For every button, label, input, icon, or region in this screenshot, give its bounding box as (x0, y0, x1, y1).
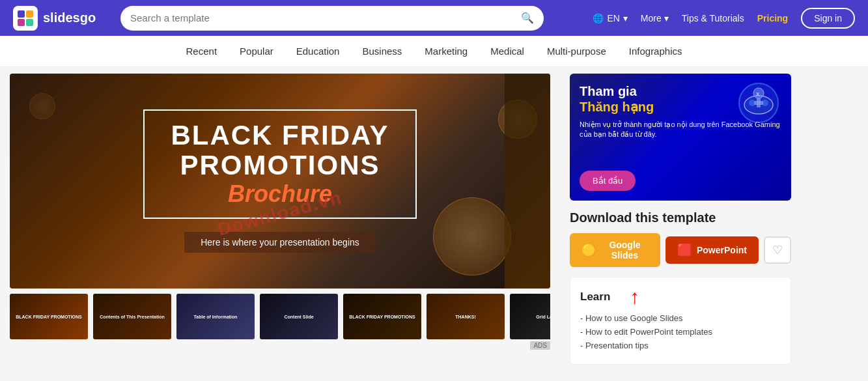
learn-item-3[interactable]: - Presentation tips (580, 341, 781, 350)
arrow-up-icon: ↑ (630, 287, 639, 307)
learn-item-1[interactable]: - How to use Google Slides (580, 313, 781, 323)
more-button[interactable]: More ▾ (641, 13, 669, 23)
promo-title-line2: PROMOTIONS (171, 150, 389, 180)
logo[interactable]: slidesgo (13, 6, 111, 31)
google-slides-icon: 🟡 (581, 243, 596, 257)
thumbnail-1[interactable]: BLACK FRIDAY PROMOTIONS (10, 294, 88, 339)
more-label: More (641, 13, 662, 23)
svg-rect-3 (26, 19, 33, 26)
download-title: Download this template (570, 210, 791, 225)
thumb-label-2: Contents of This Presentation (98, 313, 167, 321)
google-slides-button[interactable]: 🟡 Google Slides (570, 233, 660, 267)
learn-link-3[interactable]: - Presentation tips (580, 341, 649, 350)
thumb-label-7: Grid Layout (534, 313, 550, 321)
download-buttons: 🟡 Google Slides 🟥 PowerPoint ♡ (570, 233, 791, 267)
nav-marketing[interactable]: Marketing (425, 42, 468, 60)
thumbnail-2[interactable]: Contents of This Presentation (93, 294, 171, 339)
main-content: BLACK FRIDAY PROMOTIONS Brochure Here is… (0, 67, 868, 371)
header: slidesgo 🔍 🌐 EN ▾ More ▾ Tips & Tutorial… (0, 0, 868, 36)
nav-bar: Recent Popular Education Business Market… (0, 36, 868, 67)
google-slides-label: Google Slides (601, 240, 649, 261)
ad-cta-button[interactable]: Bắt đầu (580, 171, 636, 191)
powerpoint-icon: 🟥 (677, 243, 692, 257)
tips-tutorials-link[interactable]: Tips & Tutorials (682, 13, 744, 23)
sign-in-button[interactable]: Sign in (801, 8, 855, 29)
lang-label: EN (607, 13, 619, 23)
download-section: Download this template 🟡 Google Slides 🟥… (570, 210, 791, 267)
nav-recent[interactable]: Recent (186, 42, 217, 60)
nav-infographics[interactable]: Infographics (629, 42, 682, 60)
promo-description: Here is where your presentation begins (184, 232, 376, 253)
next-slide-partial (505, 74, 550, 289)
learn-item-2[interactable]: - How to edit PowerPoint templates (580, 327, 781, 337)
heart-icon: ♡ (772, 243, 783, 257)
svg-rect-1 (26, 10, 33, 18)
thumb-label-4: Content Slide (282, 313, 315, 321)
thumbnail-4[interactable]: Content Slide (260, 294, 338, 339)
thumb-label-5: BLACK FRIDAY PROMOTIONS (347, 313, 417, 321)
thumbnails-row: BLACK FRIDAY PROMOTIONS Contents of This… (10, 294, 550, 339)
svg-rect-2 (18, 19, 25, 26)
learn-section: Learn ↑ - How to use Google Slides - How… (570, 277, 791, 365)
nav-business[interactable]: Business (362, 42, 402, 60)
svg-rect-9 (754, 101, 763, 105)
ads-tag: ADS (530, 341, 550, 350)
left-panel: BLACK FRIDAY PROMOTIONS Brochure Here is… (0, 67, 560, 371)
search-input[interactable] (130, 12, 516, 23)
svg-text:X: X (756, 91, 760, 97)
learn-title: Learn ↑ (580, 287, 781, 307)
search-bar[interactable]: 🔍 (120, 6, 544, 31)
nav-right: 🌐 EN ▾ More ▾ Tips & Tutorials Pricing S… (593, 8, 855, 29)
slide-overlay: BLACK FRIDAY PROMOTIONS Brochure Here is… (10, 74, 550, 289)
favorite-button[interactable]: ♡ (764, 236, 791, 264)
nav-medical[interactable]: Medical (490, 42, 524, 60)
svg-rect-0 (18, 10, 25, 18)
ad-title-line2: Thăng hạng (580, 100, 654, 114)
right-panel: Tham gia Thăng hạng Nhiệm vụ trở thành n… (560, 67, 801, 371)
thumb-label-1: BLACK FRIDAY PROMOTIONS (14, 313, 84, 321)
ad-decoration-icon: X (733, 80, 785, 132)
ad-banner[interactable]: Tham gia Thăng hạng Nhiệm vụ trở thành n… (570, 74, 791, 201)
learn-title-text: Learn (580, 290, 610, 303)
thumb-label-3: Table of Information (192, 313, 240, 321)
powerpoint-button[interactable]: 🟥 PowerPoint (665, 236, 759, 264)
main-slide-image[interactable]: BLACK FRIDAY PROMOTIONS Brochure Here is… (10, 74, 550, 289)
logo-icon (13, 6, 38, 31)
promo-title-line1: BLACK FRIDAY (171, 120, 389, 150)
thumb-label-6: THANKS! (453, 313, 478, 321)
learn-link-2[interactable]: - How to edit PowerPoint templates (580, 327, 712, 337)
thumbnail-5[interactable]: BLACK FRIDAY PROMOTIONS (343, 294, 421, 339)
language-button[interactable]: 🌐 EN ▾ (593, 13, 627, 23)
logo-text: slidesgo (43, 10, 96, 25)
ads-badge-row: ADS (10, 341, 550, 350)
nav-multipurpose[interactable]: Multi-purpose (547, 42, 606, 60)
chevron-down-icon: ▾ (623, 13, 628, 23)
thumbnail-7[interactable]: Grid Layout (510, 294, 550, 339)
globe-icon: 🌐 (593, 13, 604, 23)
pricing-link[interactable]: Pricing (757, 13, 788, 23)
powerpoint-label: PowerPoint (697, 245, 747, 255)
thumbnail-6[interactable]: THANKS! (427, 294, 505, 339)
thumbnail-3[interactable]: Table of Information (176, 294, 255, 339)
ad-title-line1: Tham gia (580, 84, 637, 98)
nav-popular[interactable]: Popular (240, 42, 273, 60)
chevron-down-icon-more: ▾ (664, 13, 669, 23)
nav-education[interactable]: Education (296, 42, 340, 60)
search-icon: 🔍 (521, 12, 534, 24)
learn-link-1[interactable]: - How to use Google Slides (580, 313, 683, 323)
